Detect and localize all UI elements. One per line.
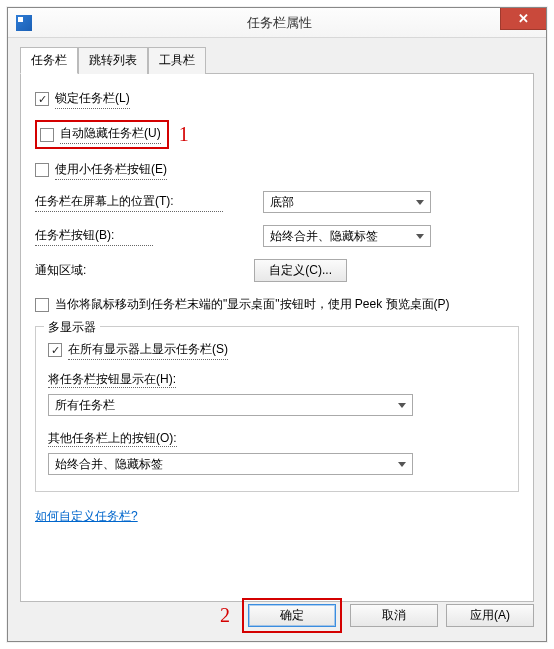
titlebar[interactable]: 任务栏属性 ✕ xyxy=(8,8,546,38)
tabstrip: 任务栏 跳转列表 工具栏 xyxy=(20,46,534,74)
label-buttons: 任务栏按钮(B): xyxy=(35,227,153,246)
select-location[interactable]: 底部 xyxy=(263,191,431,213)
select-show-on[interactable]: 所有任务栏 xyxy=(48,394,413,416)
help-link[interactable]: 如何自定义任务栏? xyxy=(35,508,138,525)
window-title: 任务栏属性 xyxy=(12,14,546,32)
label-show-on: 将任务栏按钮显示在(H): xyxy=(48,372,176,388)
label-peek: 当你将鼠标移动到任务栏末端的"显示桌面"按钮时，使用 Peek 预览桌面(P) xyxy=(55,296,450,314)
checkbox-small-buttons[interactable] xyxy=(35,163,49,177)
select-other-buttons[interactable]: 始终合并、隐藏标签 xyxy=(48,453,413,475)
label-small-buttons: 使用小任务栏按钮(E) xyxy=(55,161,167,180)
annotation-box-2: 确定 xyxy=(242,598,342,633)
cancel-button[interactable]: 取消 xyxy=(350,604,438,627)
dialog-footer: 2 确定 取消 应用(A) xyxy=(220,598,534,633)
ok-button[interactable]: 确定 xyxy=(248,604,336,627)
app-icon xyxy=(16,15,32,31)
annotation-number-1: 1 xyxy=(179,123,189,146)
select-location-value: 底部 xyxy=(270,194,294,211)
group-multimonitor-title: 多显示器 xyxy=(44,319,100,336)
tabpanel-taskbar: 锁定任务栏(L) 自动隐藏任务栏(U) 1 使用小任务栏按钮(E) 任务栏在屏幕… xyxy=(20,74,534,602)
select-buttons-value: 始终合并、隐藏标签 xyxy=(270,228,378,245)
apply-button[interactable]: 应用(A) xyxy=(446,604,534,627)
select-buttons[interactable]: 始终合并、隐藏标签 xyxy=(263,225,431,247)
label-notify: 通知区域: xyxy=(35,262,86,280)
label-other-buttons: 其他任务栏上的按钮(O): xyxy=(48,431,177,447)
tab-jumplist[interactable]: 跳转列表 xyxy=(78,47,148,74)
label-location: 任务栏在屏幕上的位置(T): xyxy=(35,193,223,212)
tab-toolbars[interactable]: 工具栏 xyxy=(148,47,206,74)
label-show-all: 在所有显示器上显示任务栏(S) xyxy=(68,341,228,360)
close-icon: ✕ xyxy=(518,11,529,26)
annotation-number-2: 2 xyxy=(220,604,230,627)
select-other-buttons-value: 始终合并、隐藏标签 xyxy=(55,456,163,473)
checkbox-lock-taskbar[interactable] xyxy=(35,92,49,106)
customize-button[interactable]: 自定义(C)... xyxy=(254,259,347,282)
close-button[interactable]: ✕ xyxy=(500,8,546,30)
checkbox-autohide[interactable] xyxy=(40,128,54,142)
tab-taskbar[interactable]: 任务栏 xyxy=(20,47,78,74)
dialog-window: 任务栏属性 ✕ 任务栏 跳转列表 工具栏 锁定任务栏(L) 自动隐藏任 xyxy=(7,7,547,642)
group-multimonitor: 多显示器 在所有显示器上显示任务栏(S) 将任务栏按钮显示在(H): 所有任务栏… xyxy=(35,326,519,492)
annotation-box-1: 自动隐藏任务栏(U) xyxy=(35,120,169,149)
select-show-on-value: 所有任务栏 xyxy=(55,397,115,414)
label-autohide: 自动隐藏任务栏(U) xyxy=(60,125,161,144)
checkbox-peek[interactable] xyxy=(35,298,49,312)
checkbox-show-all[interactable] xyxy=(48,343,62,357)
label-lock-taskbar: 锁定任务栏(L) xyxy=(55,90,130,109)
